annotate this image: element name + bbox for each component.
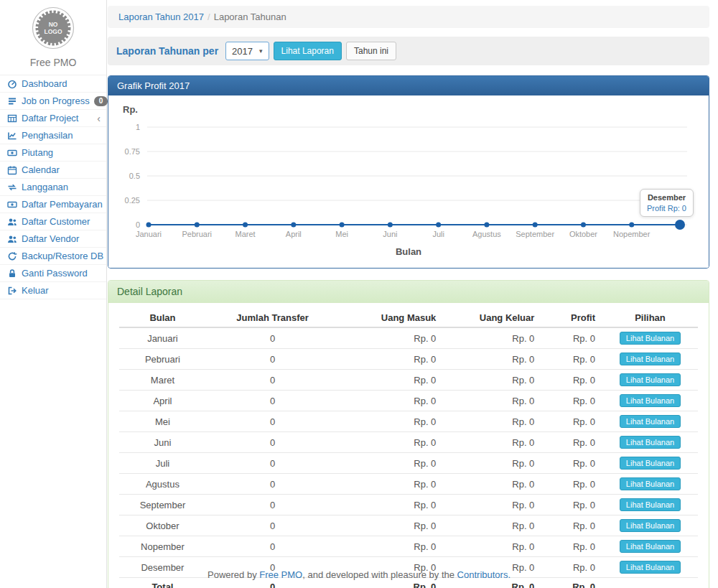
sidebar-item-label: Daftar Vendor xyxy=(22,233,79,244)
table-cell: Rp. 0 xyxy=(339,391,443,411)
table-cell: Rp. 0 xyxy=(443,515,541,536)
table-cell-actions: Lihat Bulanan xyxy=(602,515,698,536)
sidebar-item-keluar[interactable]: Keluar xyxy=(0,282,106,299)
caret-down-icon: ▾ xyxy=(259,47,263,55)
lihat-bulanan-button[interactable]: Lihat Bulanan xyxy=(620,477,681,490)
filter-bar: Laporan Tahunan per 2017 ▾ Lihat Laporan… xyxy=(108,37,709,65)
this-year-button[interactable]: Tahun ini xyxy=(346,42,396,60)
sidebar-item-label: Daftar Customer xyxy=(22,216,90,227)
calendar-icon xyxy=(7,165,17,175)
year-select[interactable]: 2017 ▾ xyxy=(225,42,269,60)
sidebar-item-calendar[interactable]: Calendar xyxy=(0,162,106,179)
sidebar-item-daftar-customer[interactable]: Daftar Customer xyxy=(0,213,106,230)
users-icon xyxy=(7,234,17,244)
lihat-bulanan-button[interactable]: Lihat Bulanan xyxy=(620,415,681,428)
sidebar-item-daftar-pembayaran[interactable]: Daftar Pembayaran xyxy=(0,196,106,213)
table-cell-actions: Lihat Bulanan xyxy=(602,349,698,370)
profit-line-chart[interactable]: 00.250.50.751JanuariPebruariMaretAprilMe… xyxy=(108,95,707,248)
footer-link-freepmo[interactable]: Free PMO xyxy=(259,569,302,580)
table-cell: Mei xyxy=(119,411,206,432)
table-cell: Agustus xyxy=(119,474,206,495)
table-cell: Rp. 0 xyxy=(339,432,443,453)
brand: NO LOGO Free PMO xyxy=(0,0,106,75)
sidebar-item-label: Dashboard xyxy=(22,78,67,89)
lihat-bulanan-button[interactable]: Lihat Bulanan xyxy=(620,394,681,407)
sidebar-item-dashboard[interactable]: Dashboard xyxy=(0,75,106,93)
table-cell: Rp. 0 xyxy=(339,495,443,515)
view-report-button[interactable]: Lihat Laporan xyxy=(274,42,342,60)
footer-text-prefix: Powered by xyxy=(208,569,259,580)
table-row: Juli0Rp. 0Rp. 0Rp. 0Lihat Bulanan xyxy=(119,453,698,474)
line-chart-icon xyxy=(7,131,17,141)
sidebar-item-label: Daftar Pembayaran xyxy=(22,199,103,210)
breadcrumb: Laporan Tahun 2017/Laporan Tahunan xyxy=(108,6,709,28)
svg-text:Nopember: Nopember xyxy=(613,230,651,238)
refresh-icon xyxy=(7,251,17,261)
chart-area: 00.250.50.751JanuariPebruariMaretAprilMe… xyxy=(108,95,709,268)
lihat-bulanan-button[interactable]: Lihat Bulanan xyxy=(620,519,681,532)
table-cell-actions: Lihat Bulanan xyxy=(602,411,698,432)
lihat-bulanan-button[interactable]: Lihat Bulanan xyxy=(620,332,681,345)
profit-chart-panel: Grafik Profit 2017 00.250.50.751JanuariP… xyxy=(108,75,709,269)
sidebar-item-piutang[interactable]: Piutang xyxy=(0,144,106,162)
table-row: Mei0Rp. 0Rp. 0Rp. 0Lihat Bulanan xyxy=(119,411,698,432)
table-cell: Maret xyxy=(119,370,206,391)
sidebar-item-label: Penghasilan xyxy=(22,130,73,141)
chevron-left-icon: ‹ xyxy=(97,113,101,123)
table-cell: Rp. 0 xyxy=(443,495,541,515)
tooltip-title: Desember xyxy=(647,193,686,202)
tooltip-value: Profit Rp: 0 xyxy=(647,204,686,213)
col-header-uang-keluar: Uang Keluar xyxy=(443,309,541,327)
sidebar: NO LOGO Free PMO DashboardJob on Progres… xyxy=(0,0,107,588)
sidebar-item-label: Ganti Password xyxy=(22,268,88,279)
sidebar-item-daftar-vendor[interactable]: Daftar Vendor xyxy=(0,230,106,248)
sidebar-item-label: Daftar Project xyxy=(22,113,78,123)
table-cell: 0 xyxy=(206,453,339,474)
sidebar-menu: DashboardJob on Progress0Daftar Project‹… xyxy=(0,75,106,299)
table-cell: Rp. 0 xyxy=(541,536,602,557)
table-row: Pebruari0Rp. 0Rp. 0Rp. 0Lihat Bulanan xyxy=(119,349,698,370)
lihat-bulanan-button[interactable]: Lihat Bulanan xyxy=(620,498,681,511)
sidebar-item-ganti-password[interactable]: Ganti Password xyxy=(0,265,106,282)
table-cell: Rp. 0 xyxy=(443,349,541,370)
table-cell-actions: Lihat Bulanan xyxy=(602,453,698,474)
table-cell-actions: Lihat Bulanan xyxy=(602,391,698,411)
table-row: Januari0Rp. 0Rp. 0Rp. 0Lihat Bulanan xyxy=(119,327,698,349)
table-cell: Rp. 0 xyxy=(339,349,443,370)
table-cell: Rp. 0 xyxy=(541,411,602,432)
lihat-bulanan-button[interactable]: Lihat Bulanan xyxy=(620,540,681,553)
table-cell: Rp. 0 xyxy=(339,536,443,557)
detail-panel-body: BulanJumlah TransferUang MasukUang Kelua… xyxy=(108,303,709,588)
users-icon xyxy=(7,217,17,227)
sidebar-item-backup-restore-db[interactable]: Backup/Restore DB xyxy=(0,248,106,265)
main-content: Laporan Tahun 2017/Laporan Tahunan Lapor… xyxy=(108,0,709,588)
breadcrumb-link[interactable]: Laporan Tahun 2017 xyxy=(118,11,204,22)
lihat-bulanan-button[interactable]: Lihat Bulanan xyxy=(620,373,681,386)
sidebar-item-daftar-project[interactable]: Daftar Project‹ xyxy=(0,110,106,127)
table-cell: Rp. 0 xyxy=(541,349,602,370)
svg-text:0.25: 0.25 xyxy=(125,196,140,205)
lihat-bulanan-button[interactable]: Lihat Bulanan xyxy=(620,353,681,365)
sidebar-item-langganan[interactable]: Langganan xyxy=(0,179,106,196)
sidebar-item-label: Job on Progress xyxy=(22,95,90,106)
lihat-bulanan-button[interactable]: Lihat Bulanan xyxy=(620,457,681,470)
lock-icon xyxy=(7,269,17,279)
table-row: Juni0Rp. 0Rp. 0Rp. 0Lihat Bulanan xyxy=(119,432,698,453)
table-cell: Rp. 0 xyxy=(339,453,443,474)
table-cell: Rp. 0 xyxy=(443,411,541,432)
table-cell: 0 xyxy=(206,411,339,432)
sidebar-item-penghasilan[interactable]: Penghasilan xyxy=(0,127,106,144)
table-cell: Rp. 0 xyxy=(541,453,602,474)
svg-text:1: 1 xyxy=(136,123,140,131)
table-cell: 0 xyxy=(206,370,339,391)
lihat-bulanan-button[interactable]: Lihat Bulanan xyxy=(620,436,681,449)
footer-link-contributors[interactable]: Contributors. xyxy=(457,569,510,580)
table-cell: Rp. 0 xyxy=(339,474,443,495)
chart-tooltip: Desember Profit Rp: 0 xyxy=(640,189,694,217)
year-select-value: 2017 xyxy=(232,46,253,57)
detail-panel-title: Detail Laporan xyxy=(108,281,709,303)
sidebar-item-job-on-progress[interactable]: Job on Progress0 xyxy=(0,93,106,110)
table-cell: Rp. 0 xyxy=(541,327,602,349)
app-logo: NO LOGO xyxy=(31,6,75,50)
table-cell: Rp. 0 xyxy=(443,391,541,411)
